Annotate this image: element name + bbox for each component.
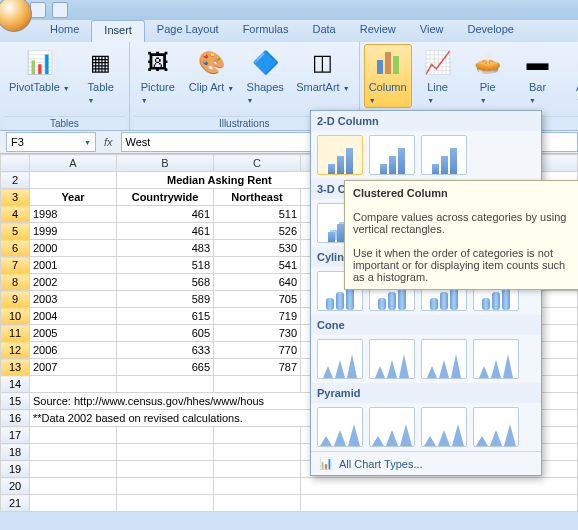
cell[interactable]: 665	[117, 359, 214, 376]
row-header[interactable]: 11	[1, 325, 30, 342]
cell[interactable]: 2004	[30, 308, 117, 325]
row-header[interactable]: 13	[1, 359, 30, 376]
chart-option[interactable]	[421, 407, 467, 447]
row-header[interactable]: 7	[1, 257, 30, 274]
cell[interactable]: 2001	[30, 257, 117, 274]
all-chart-types-link[interactable]: 📊All Chart Types...	[311, 451, 541, 475]
cell[interactable]: 568	[117, 274, 214, 291]
cell[interactable]	[214, 461, 301, 478]
tab-page-layout[interactable]: Page Layout	[145, 20, 231, 42]
tab-data[interactable]: Data	[300, 20, 347, 42]
cell[interactable]: 589	[117, 291, 214, 308]
save-icon[interactable]	[30, 2, 46, 18]
cell[interactable]: 633	[117, 342, 214, 359]
cell[interactable]	[117, 478, 214, 495]
chart-option[interactable]	[473, 407, 519, 447]
row-header[interactable]: 8	[1, 274, 30, 291]
name-box[interactable]: F3▼	[6, 132, 96, 152]
row-header[interactable]: 14	[1, 376, 30, 393]
cell[interactable]	[214, 444, 301, 461]
table-button[interactable]: ▦Table▼	[77, 44, 125, 108]
cell[interactable]	[214, 376, 301, 393]
cell[interactable]	[117, 427, 214, 444]
select-all[interactable]	[1, 155, 30, 172]
cell[interactable]: 461	[117, 206, 214, 223]
area-button[interactable]: ⛰Area▼	[564, 44, 578, 108]
pie-button[interactable]: 🥧Pie▼	[464, 44, 512, 108]
smartart-button[interactable]: ◫SmartArt ▼	[291, 44, 354, 96]
cell[interactable]	[117, 376, 214, 393]
chart-option[interactable]	[317, 135, 363, 175]
cell[interactable]: 730	[214, 325, 301, 342]
cell[interactable]: 2002	[30, 274, 117, 291]
cell[interactable]: Northeast	[214, 189, 301, 206]
tab-insert[interactable]: Insert	[91, 20, 145, 42]
cell[interactable]: Countrywide	[117, 189, 214, 206]
cell[interactable]: 705	[214, 291, 301, 308]
row-header[interactable]: 6	[1, 240, 30, 257]
cell[interactable]: 2005	[30, 325, 117, 342]
cell[interactable]: 640	[214, 274, 301, 291]
undo-icon[interactable]	[52, 2, 68, 18]
row-header[interactable]: 20	[1, 478, 30, 495]
cell[interactable]	[301, 495, 578, 512]
bar-button[interactable]: ▬Bar▼	[514, 44, 562, 108]
cell[interactable]: Year	[30, 189, 117, 206]
chevron-down-icon[interactable]: ▼	[84, 139, 91, 146]
cell[interactable]: 461	[117, 223, 214, 240]
cell[interactable]: 2007	[30, 359, 117, 376]
cell[interactable]	[30, 495, 117, 512]
cell[interactable]: 605	[117, 325, 214, 342]
cell[interactable]: 2000	[30, 240, 117, 257]
row-header[interactable]: 10	[1, 308, 30, 325]
fx-icon[interactable]: fx	[104, 136, 113, 148]
chart-option[interactable]	[421, 135, 467, 175]
cell[interactable]: 483	[117, 240, 214, 257]
cell[interactable]: 1998	[30, 206, 117, 223]
chart-option[interactable]	[473, 339, 519, 379]
pivottable-button[interactable]: 📊PivotTable ▼	[4, 44, 75, 96]
cell[interactable]: 719	[214, 308, 301, 325]
row-header[interactable]: 19	[1, 461, 30, 478]
chart-option[interactable]	[369, 135, 415, 175]
cell[interactable]	[30, 172, 117, 189]
cell[interactable]	[214, 427, 301, 444]
row-header[interactable]: 4	[1, 206, 30, 223]
row-header[interactable]: 9	[1, 291, 30, 308]
cell[interactable]: 2006	[30, 342, 117, 359]
cell[interactable]	[30, 461, 117, 478]
chart-option[interactable]	[369, 407, 415, 447]
tab-home[interactable]: Home	[38, 20, 91, 42]
cell[interactable]: 2003	[30, 291, 117, 308]
tab-develope[interactable]: Develope	[455, 20, 525, 42]
tab-view[interactable]: View	[408, 20, 456, 42]
row-header[interactable]: 3	[1, 189, 30, 206]
col-header-C[interactable]: C	[214, 155, 301, 172]
row-header[interactable]: 5	[1, 223, 30, 240]
chart-option[interactable]	[369, 339, 415, 379]
cell[interactable]	[214, 495, 301, 512]
row-header[interactable]: 12	[1, 342, 30, 359]
clip-art-button[interactable]: 🎨Clip Art ▼	[184, 44, 239, 96]
shapes-button[interactable]: 🔷Shapes▼	[241, 44, 289, 108]
row-header[interactable]: 21	[1, 495, 30, 512]
cell[interactable]	[301, 478, 578, 495]
row-header[interactable]: 15	[1, 393, 30, 410]
tab-review[interactable]: Review	[348, 20, 408, 42]
column-button[interactable]: Column▼	[364, 44, 412, 108]
cell[interactable]: 511	[214, 206, 301, 223]
cell[interactable]	[30, 376, 117, 393]
cell[interactable]: 1999	[30, 223, 117, 240]
cell[interactable]: 530	[214, 240, 301, 257]
tab-formulas[interactable]: Formulas	[231, 20, 301, 42]
cell[interactable]: 518	[117, 257, 214, 274]
cell[interactable]	[30, 444, 117, 461]
cell[interactable]: 526	[214, 223, 301, 240]
cell[interactable]: 770	[214, 342, 301, 359]
chart-option[interactable]	[317, 339, 363, 379]
col-header-A[interactable]: A	[30, 155, 117, 172]
cell[interactable]: 615	[117, 308, 214, 325]
row-header[interactable]: 17	[1, 427, 30, 444]
row-header[interactable]: 16	[1, 410, 30, 427]
cell[interactable]	[30, 478, 117, 495]
